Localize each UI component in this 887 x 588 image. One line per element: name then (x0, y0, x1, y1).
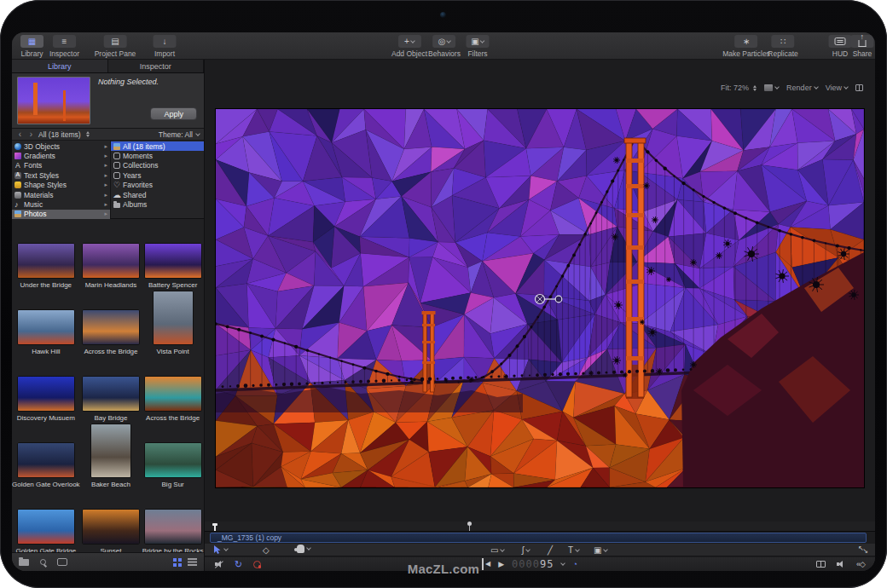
av-output-icon[interactable] (816, 561, 826, 568)
project-pane-button[interactable]: ▤ (103, 35, 126, 48)
apply-button[interactable]: Apply (150, 107, 197, 120)
text-tool[interactable]: T (568, 545, 579, 556)
photo-thumbnail[interactable] (18, 443, 74, 477)
view-menu[interactable]: View (826, 84, 848, 92)
library-category-row[interactable]: Materials (12, 190, 110, 199)
channels-control[interactable] (764, 84, 779, 91)
import-button[interactable]: ↓ (154, 35, 177, 48)
album-row[interactable]: Collections (111, 161, 204, 170)
canvas-stage[interactable] (216, 109, 864, 487)
album-row[interactable]: All (18 items) (111, 141, 204, 151)
tab-library[interactable]: Library (12, 60, 108, 72)
photo-item[interactable]: Baker Beach (80, 422, 142, 488)
behaviors-button[interactable]: ◎ (433, 35, 456, 48)
photo-item[interactable]: Bay Bridge (80, 355, 142, 422)
new-folder-icon[interactable] (19, 559, 29, 566)
photo-item[interactable]: Golden Gate Overlook (12, 422, 80, 488)
stepper-icon[interactable] (86, 131, 90, 137)
play-icon[interactable]: ▶ (498, 558, 504, 570)
rectangle-tool[interactable]: ▭ (490, 545, 504, 556)
timing-display-icon[interactable]: ◔ (572, 558, 577, 570)
list-view-icon[interactable] (188, 558, 197, 560)
photo-item[interactable]: Bridge by the Rocks (142, 488, 204, 555)
zoom-fit-control[interactable]: Fit: 72% (721, 84, 757, 92)
photo-thumbnail[interactable] (145, 443, 201, 477)
photo-thumbnail[interactable] (18, 310, 74, 344)
photo-thumbnail[interactable] (91, 424, 130, 477)
make-particles-button[interactable]: ∗ (735, 35, 758, 48)
frame-counter[interactable]: 000095 (512, 558, 554, 570)
photo-item[interactable]: Marin Headlands (80, 222, 142, 289)
library-pane-button[interactable]: ▦ (20, 35, 43, 48)
photo-item[interactable]: Sunset (80, 488, 142, 555)
chevron-down-icon[interactable] (195, 131, 200, 136)
share-button[interactable] (851, 35, 874, 48)
photo-item[interactable]: Under the Bridge (12, 222, 80, 289)
photo-thumbnail[interactable] (145, 244, 201, 278)
photo-item[interactable]: Golden Gate Bridge (12, 488, 80, 555)
photo-thumbnail[interactable] (83, 510, 139, 544)
library-category-row[interactable]: Text Styles (12, 170, 110, 180)
library-category-row[interactable]: Fonts (12, 161, 110, 170)
mute-audio-icon[interactable] (215, 561, 223, 568)
line-tool[interactable]: ╱ (548, 545, 553, 556)
photo-thumbnail[interactable] (83, 377, 139, 411)
grid-view-icon[interactable] (173, 558, 177, 562)
canvas-composite-image[interactable] (216, 109, 864, 487)
preview-toggle-icon[interactable] (57, 558, 67, 566)
back-icon[interactable]: ‹ (16, 130, 24, 139)
library-category-row[interactable]: Shape Styles (12, 181, 110, 190)
mask-tool[interactable]: ▣ (594, 545, 607, 556)
search-icon[interactable] (40, 559, 46, 565)
playhead[interactable] (214, 523, 216, 531)
forward-icon[interactable]: › (27, 130, 35, 139)
photo-item[interactable]: Vista Point (142, 289, 204, 355)
photo-thumbnail[interactable] (83, 310, 139, 344)
loop-playback-icon[interactable]: ↻ (235, 558, 242, 570)
pan-tool[interactable] (297, 545, 310, 553)
replicate-button[interactable]: ∷ (772, 35, 795, 48)
library-category-row[interactable]: Photos (12, 210, 110, 219)
photo-thumbnail[interactable] (154, 291, 193, 344)
photo-thumbnail[interactable] (18, 377, 74, 411)
library-category-row[interactable]: Gradients (12, 151, 110, 160)
photo-item[interactable]: Hawk Hill (12, 289, 80, 355)
add-object-button[interactable]: + (398, 35, 421, 48)
rewind-markers-icon[interactable]: ‹‹◇ (856, 558, 865, 570)
photo-thumbnail[interactable] (145, 377, 201, 411)
photo-thumbnail[interactable] (18, 244, 74, 278)
previous-frame-icon[interactable]: ◀ (482, 558, 490, 570)
photo-item[interactable]: Battery Spencer (142, 222, 204, 289)
photo-item[interactable]: Across the Bridge (142, 355, 204, 422)
select-tool[interactable] (213, 545, 228, 555)
transform-tool[interactable]: ◇ (263, 545, 270, 556)
theme-filter[interactable]: Theme: All (159, 130, 193, 139)
filters-button[interactable]: ▣ (467, 35, 490, 48)
album-row[interactable]: Shared (111, 190, 204, 199)
photo-thumbnail[interactable] (83, 244, 139, 278)
render-menu[interactable]: Render (786, 84, 818, 92)
photo-item[interactable]: Discovery Musuem (12, 355, 80, 422)
photo-item[interactable]: Big Sur (142, 422, 204, 488)
view-layout-icon[interactable] (855, 84, 863, 91)
inspector-pane-button[interactable]: ≡ (53, 35, 76, 48)
library-category-row[interactable]: Music (12, 199, 110, 209)
photo-thumbnail[interactable] (18, 510, 74, 544)
photo-item[interactable]: Across the Bridge (80, 289, 142, 355)
album-row[interactable]: Albums (111, 199, 204, 209)
hud-button[interactable] (829, 35, 852, 48)
keyframe-marker[interactable] (469, 522, 470, 531)
album-row[interactable]: Moments (111, 151, 204, 160)
photo-thumbnail[interactable] (145, 510, 201, 544)
library-category-row[interactable]: 3D Objects (12, 141, 110, 151)
mini-timeline-ruler[interactable] (205, 522, 875, 532)
speaker-icon[interactable] (837, 561, 845, 568)
bezier-tool[interactable]: ʃ (522, 545, 530, 556)
timeline-layer-bar[interactable]: _MG_1735 (1) copy (210, 533, 867, 543)
album-row[interactable]: Years (111, 170, 204, 180)
record-icon[interactable] (253, 561, 261, 568)
tab-inspector[interactable]: Inspector (108, 60, 205, 72)
fullscreen-toggle[interactable] (858, 545, 868, 555)
album-row[interactable]: Favorites (111, 181, 204, 190)
chevron-down-icon[interactable] (561, 561, 566, 566)
